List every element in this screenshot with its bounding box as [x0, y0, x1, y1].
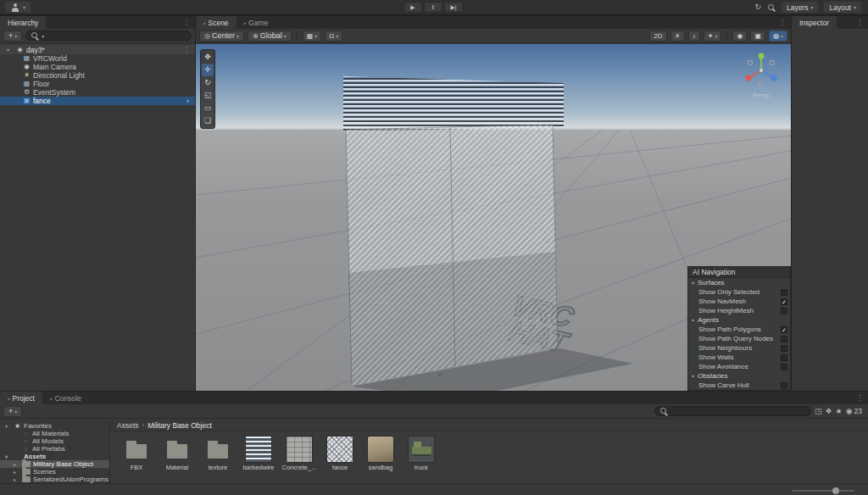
tab-hierarchy[interactable]: Hierarchy — [0, 16, 46, 29]
tree-item[interactable]: Scenes — [0, 468, 109, 476]
hierarchy-item[interactable]: fance — [0, 97, 195, 105]
asset-item[interactable]: sandbag — [363, 437, 398, 471]
hierarchy-item[interactable]: Floor — [0, 80, 195, 88]
tool-button[interactable] — [202, 89, 214, 102]
hidden-packages-button[interactable]: ◉ 23 — [846, 406, 865, 417]
panel-menu-icon[interactable]: ⋮ — [178, 16, 195, 29]
search-by-type-icon[interactable]: ◳ — [815, 406, 822, 417]
nav-option-row[interactable]: Show Avoidance — [688, 362, 790, 371]
tab-inspector[interactable]: Inspector — [792, 16, 837, 29]
project-search-input[interactable] — [654, 406, 811, 416]
save-search-icon[interactable]: ★ — [836, 406, 843, 417]
tool-button[interactable] — [202, 102, 214, 114]
prefab-open-icon[interactable] — [186, 97, 195, 105]
project-tab[interactable]: Project — [0, 392, 42, 404]
checkbox[interactable] — [781, 308, 787, 314]
snap-settings-button[interactable]: Ω ▾ — [325, 31, 342, 42]
foldout-icon[interactable] — [5, 453, 11, 459]
lighting-toggle-button[interactable]: ☀ — [670, 31, 685, 42]
tree-item[interactable]: SerializedUdonPrograms — [0, 476, 109, 483]
pause-button[interactable]: ‖ — [424, 2, 442, 13]
step-button[interactable]: ▶| — [444, 2, 463, 13]
tool-button[interactable] — [202, 76, 214, 89]
nav-option-row[interactable]: Surfaces — [688, 278, 790, 287]
nav-option-row[interactable]: Show Walls — [688, 353, 790, 362]
nav-option-row[interactable]: Show Neighbours — [688, 343, 790, 353]
hierarchy-scene-row[interactable]: day3* ⋮ — [0, 45, 195, 54]
nav-option-row[interactable]: Agents — [688, 315, 790, 325]
layers-dropdown[interactable]: Layers ▾ — [782, 2, 819, 13]
checkbox[interactable] — [781, 345, 787, 352]
layout-dropdown[interactable]: Layout ▾ — [824, 2, 861, 13]
account-button[interactable]: ▾ — [5, 2, 31, 13]
grid-visibility-button[interactable]: ▦ ▾ — [303, 31, 322, 42]
checkbox[interactable] — [781, 298, 787, 305]
panel-menu-icon[interactable]: ⋮ — [851, 16, 868, 29]
asset-item[interactable]: fance — [322, 437, 358, 471]
nav-option-row[interactable]: Show Path Query Nodes — [688, 334, 790, 343]
tree-item[interactable]: All Prefabs — [0, 445, 109, 453]
nav-option-row[interactable]: Obstacles — [688, 371, 790, 381]
tool-button[interactable] — [202, 114, 214, 127]
checkbox[interactable] — [781, 354, 787, 361]
2d-toggle-button[interactable]: 2D — [649, 31, 666, 42]
foldout-icon[interactable] — [7, 47, 14, 53]
search-icon[interactable] — [767, 3, 776, 12]
panel-menu-icon[interactable]: ⋮ — [774, 16, 791, 29]
breadcrumb-current[interactable]: Military Base Object — [147, 421, 212, 430]
checkbox[interactable] — [781, 382, 787, 389]
hierarchy-search-input[interactable]: ▾ — [25, 31, 192, 41]
foldout-icon[interactable] — [14, 476, 19, 482]
tree-item[interactable]: All Materials — [0, 430, 109, 437]
scene-tab[interactable]: Game — [236, 16, 276, 29]
checkbox[interactable] — [781, 289, 787, 296]
checkbox[interactable] — [781, 336, 787, 342]
play-button[interactable]: ▶ — [403, 2, 422, 13]
asset-item[interactable]: Material — [159, 437, 195, 471]
asset-item[interactable]: barbedwire — [241, 437, 276, 471]
asset-item[interactable]: truck — [403, 437, 439, 471]
hierarchy-item[interactable]: Directional Light — [0, 71, 195, 80]
visibility-toggle-button[interactable]: ◉ — [732, 31, 747, 42]
undo-history-icon[interactable]: ↻ — [754, 2, 761, 13]
checkbox[interactable] — [781, 364, 787, 370]
scene-viewport[interactable]: VRC HAT — [196, 44, 791, 391]
foldout-icon[interactable] — [5, 423, 11, 429]
create-asset-button[interactable]: + ▾ — [3, 406, 22, 417]
breadcrumb-root[interactable]: Assets — [117, 421, 139, 430]
scene-tab[interactable]: Scene — [196, 16, 236, 29]
asset-item[interactable]: texture — [200, 437, 236, 471]
scene-menu-icon[interactable]: ⋮ — [183, 46, 195, 53]
panel-menu-icon[interactable]: ⋮ — [851, 392, 868, 404]
space-mode-button[interactable]: ⊕ Global ▾ — [248, 31, 292, 42]
project-tab[interactable]: Console — [42, 392, 89, 404]
nav-option-row[interactable]: Show HeightMesh — [688, 306, 790, 315]
tree-item[interactable]: Favorites — [0, 422, 109, 430]
orientation-gizmo[interactable]: Persp — [742, 51, 781, 99]
checkbox[interactable] — [781, 326, 787, 333]
tree-item[interactable]: Assets — [0, 453, 109, 460]
tool-button[interactable] — [202, 64, 214, 76]
tree-item[interactable]: Military Base Object — [0, 460, 109, 468]
hierarchy-item[interactable]: VRCWorld — [0, 54, 195, 63]
nav-option-row[interactable]: Show Only Selected — [688, 287, 790, 297]
slider-knob[interactable] — [832, 487, 839, 494]
search-by-label-icon[interactable]: ❖ — [826, 406, 832, 417]
camera-settings-button[interactable]: ▣ — [750, 31, 765, 42]
asset-item[interactable]: FBX — [119, 437, 154, 471]
asset-item[interactable]: Concrete_... — [281, 437, 317, 471]
hierarchy-item[interactable]: EventSystem — [0, 88, 195, 97]
pivot-mode-button[interactable]: ◎ Center ▾ — [199, 31, 244, 42]
foldout-icon[interactable] — [14, 461, 19, 467]
nav-option-row[interactable]: Show NavMesh — [688, 297, 790, 306]
nav-option-row[interactable]: Show Path Polygons — [688, 325, 790, 334]
foldout-icon[interactable] — [14, 469, 19, 475]
gizmos-dropdown-button[interactable]: ◍ ▾ — [769, 31, 787, 42]
view-mode-label[interactable]: Persp — [742, 92, 781, 99]
tree-item[interactable]: All Models — [0, 437, 109, 445]
audio-toggle-button[interactable]: ♪ — [688, 31, 700, 42]
nav-option-row[interactable]: Show Carve Hull — [688, 381, 790, 390]
thumbnail-size-slider[interactable] — [792, 488, 854, 493]
effects-dropdown-button[interactable]: ✦ ▾ — [704, 31, 722, 42]
tool-button[interactable] — [202, 51, 214, 64]
